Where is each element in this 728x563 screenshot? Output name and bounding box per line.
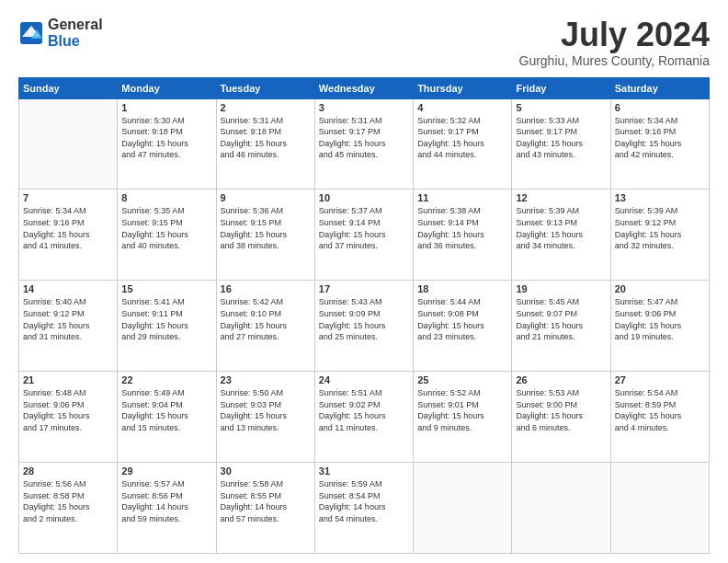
day-number: 9 — [221, 192, 311, 203]
day-info: Sunrise: 5:53 AM Sunset: 9:00 PM Dayligh… — [516, 387, 606, 433]
table-row: 21Sunrise: 5:48 AM Sunset: 9:06 PM Dayli… — [19, 372, 118, 463]
day-info: Sunrise: 5:33 AM Sunset: 9:17 PM Dayligh… — [516, 115, 606, 161]
day-info: Sunrise: 5:57 AM Sunset: 8:56 PM Dayligh… — [121, 478, 211, 524]
day-number: 17 — [319, 283, 409, 294]
day-number: 5 — [516, 102, 606, 113]
table-row — [19, 98, 118, 190]
day-info: Sunrise: 5:48 AM Sunset: 9:06 PM Dayligh… — [23, 387, 113, 433]
table-row: 26Sunrise: 5:53 AM Sunset: 9:00 PM Dayli… — [512, 372, 610, 463]
day-info: Sunrise: 5:59 AM Sunset: 8:54 PM Dayligh… — [319, 478, 409, 524]
day-number: 27 — [615, 374, 705, 385]
day-info: Sunrise: 5:36 AM Sunset: 9:15 PM Dayligh… — [221, 205, 311, 251]
day-info: Sunrise: 5:42 AM Sunset: 9:10 PM Dayligh… — [221, 296, 311, 342]
day-number: 12 — [516, 192, 606, 203]
day-number: 22 — [121, 374, 211, 385]
day-info: Sunrise: 5:50 AM Sunset: 9:03 PM Dayligh… — [221, 387, 311, 433]
day-info: Sunrise: 5:47 AM Sunset: 9:06 PM Dayligh… — [615, 296, 705, 342]
day-number: 23 — [221, 374, 311, 385]
table-row: 16Sunrise: 5:42 AM Sunset: 9:10 PM Dayli… — [216, 281, 314, 372]
day-info: Sunrise: 5:56 AM Sunset: 8:58 PM Dayligh… — [23, 478, 113, 524]
day-info: Sunrise: 5:52 AM Sunset: 9:01 PM Dayligh… — [417, 387, 507, 433]
day-info: Sunrise: 5:41 AM Sunset: 9:11 PM Dayligh… — [121, 296, 211, 342]
day-info: Sunrise: 5:30 AM Sunset: 9:18 PM Dayligh… — [121, 115, 211, 161]
table-row: 5Sunrise: 5:33 AM Sunset: 9:17 PM Daylig… — [512, 98, 610, 190]
table-row: 30Sunrise: 5:58 AM Sunset: 8:55 PM Dayli… — [216, 463, 314, 554]
logo-blue-text: Blue — [48, 33, 103, 50]
day-number: 18 — [417, 283, 507, 294]
day-info: Sunrise: 5:34 AM Sunset: 9:16 PM Dayligh… — [615, 115, 705, 161]
calendar-table: Sunday Monday Tuesday Wednesday Thursday… — [18, 77, 710, 554]
day-info: Sunrise: 5:37 AM Sunset: 9:14 PM Dayligh… — [319, 205, 409, 251]
day-info: Sunrise: 5:39 AM Sunset: 9:13 PM Dayligh… — [516, 205, 606, 251]
col-saturday: Saturday — [610, 77, 709, 98]
day-info: Sunrise: 5:54 AM Sunset: 8:59 PM Dayligh… — [615, 387, 705, 433]
day-number: 29 — [121, 465, 211, 477]
day-info: Sunrise: 5:40 AM Sunset: 9:12 PM Dayligh… — [23, 296, 113, 342]
table-row: 22Sunrise: 5:49 AM Sunset: 9:04 PM Dayli… — [118, 372, 216, 463]
day-number: 30 — [221, 465, 311, 477]
day-number: 1 — [121, 102, 211, 113]
calendar-week-row: 21Sunrise: 5:48 AM Sunset: 9:06 PM Dayli… — [19, 372, 710, 463]
month-year-title: July 2024 — [519, 17, 711, 53]
table-row: 18Sunrise: 5:44 AM Sunset: 9:08 PM Dayli… — [414, 281, 512, 372]
day-info: Sunrise: 5:38 AM Sunset: 9:14 PM Dayligh… — [417, 205, 507, 251]
day-info: Sunrise: 5:31 AM Sunset: 9:17 PM Dayligh… — [319, 115, 409, 161]
day-info: Sunrise: 5:39 AM Sunset: 9:12 PM Dayligh… — [615, 205, 705, 251]
day-number: 8 — [121, 192, 211, 203]
day-info: Sunrise: 5:43 AM Sunset: 9:09 PM Dayligh… — [319, 296, 409, 342]
day-number: 28 — [23, 465, 113, 477]
day-info: Sunrise: 5:44 AM Sunset: 9:08 PM Dayligh… — [417, 296, 507, 342]
day-number: 16 — [221, 283, 311, 294]
table-row: 31Sunrise: 5:59 AM Sunset: 8:54 PM Dayli… — [314, 463, 413, 554]
calendar-week-row: 14Sunrise: 5:40 AM Sunset: 9:12 PM Dayli… — [19, 281, 710, 372]
title-block: July 2024 Gurghiu, Mures County, Romania — [519, 17, 711, 68]
table-row: 3Sunrise: 5:31 AM Sunset: 9:17 PM Daylig… — [314, 98, 413, 190]
table-row: 2Sunrise: 5:31 AM Sunset: 9:18 PM Daylig… — [216, 98, 314, 190]
day-number: 25 — [417, 374, 507, 385]
logo: General Blue — [18, 17, 103, 49]
day-number: 21 — [23, 374, 113, 385]
page: General Blue July 2024 Gurghiu, Mures Co… — [0, 0, 728, 563]
day-info: Sunrise: 5:31 AM Sunset: 9:18 PM Dayligh… — [221, 115, 311, 161]
location-subtitle: Gurghiu, Mures County, Romania — [519, 53, 711, 68]
col-friday: Friday — [512, 77, 610, 98]
calendar-week-row: 1Sunrise: 5:30 AM Sunset: 9:18 PM Daylig… — [19, 98, 710, 190]
calendar-week-row: 28Sunrise: 5:56 AM Sunset: 8:58 PM Dayli… — [19, 463, 710, 554]
day-info: Sunrise: 5:49 AM Sunset: 9:04 PM Dayligh… — [121, 387, 211, 433]
table-row: 9Sunrise: 5:36 AM Sunset: 9:15 PM Daylig… — [216, 190, 314, 281]
day-number: 11 — [417, 192, 507, 203]
table-row: 15Sunrise: 5:41 AM Sunset: 9:11 PM Dayli… — [118, 281, 216, 372]
table-row — [414, 463, 512, 554]
day-number: 3 — [319, 102, 409, 113]
header: General Blue July 2024 Gurghiu, Mures Co… — [18, 17, 710, 68]
day-number: 19 — [516, 283, 606, 294]
col-thursday: Thursday — [414, 77, 512, 98]
day-number: 10 — [319, 192, 409, 203]
table-row: 11Sunrise: 5:38 AM Sunset: 9:14 PM Dayli… — [414, 190, 512, 281]
day-number: 2 — [221, 102, 311, 113]
day-number: 4 — [417, 102, 507, 113]
day-number: 24 — [319, 374, 409, 385]
table-row: 19Sunrise: 5:45 AM Sunset: 9:07 PM Dayli… — [512, 281, 610, 372]
day-number: 20 — [615, 283, 705, 294]
table-row: 8Sunrise: 5:35 AM Sunset: 9:15 PM Daylig… — [118, 190, 216, 281]
table-row: 28Sunrise: 5:56 AM Sunset: 8:58 PM Dayli… — [19, 463, 118, 554]
calendar-week-row: 7Sunrise: 5:34 AM Sunset: 9:16 PM Daylig… — [19, 190, 710, 281]
table-row: 17Sunrise: 5:43 AM Sunset: 9:09 PM Dayli… — [314, 281, 413, 372]
col-tuesday: Tuesday — [216, 77, 314, 98]
day-number: 7 — [23, 192, 113, 203]
table-row: 7Sunrise: 5:34 AM Sunset: 9:16 PM Daylig… — [19, 190, 118, 281]
day-info: Sunrise: 5:35 AM Sunset: 9:15 PM Dayligh… — [121, 205, 211, 251]
day-number: 31 — [319, 465, 409, 477]
table-row: 14Sunrise: 5:40 AM Sunset: 9:12 PM Dayli… — [19, 281, 118, 372]
table-row — [610, 463, 709, 554]
day-number: 14 — [23, 283, 113, 294]
table-row: 25Sunrise: 5:52 AM Sunset: 9:01 PM Dayli… — [414, 372, 512, 463]
day-number: 13 — [615, 192, 705, 203]
day-info: Sunrise: 5:32 AM Sunset: 9:17 PM Dayligh… — [417, 115, 507, 161]
day-info: Sunrise: 5:45 AM Sunset: 9:07 PM Dayligh… — [516, 296, 606, 342]
table-row: 23Sunrise: 5:50 AM Sunset: 9:03 PM Dayli… — [216, 372, 314, 463]
table-row: 6Sunrise: 5:34 AM Sunset: 9:16 PM Daylig… — [610, 98, 709, 190]
col-sunday: Sunday — [19, 77, 118, 98]
logo-general-text: General — [48, 17, 103, 33]
